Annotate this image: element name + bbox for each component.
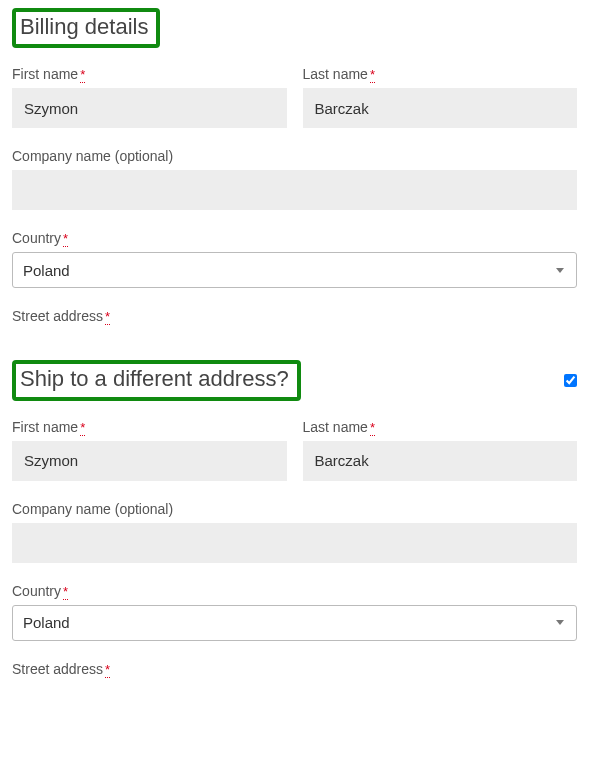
required-mark: * <box>105 309 110 325</box>
shipping-street-label: Street address* <box>12 661 577 677</box>
billing-street-label: Street address* <box>12 308 577 324</box>
label-text: Country <box>12 230 61 246</box>
shipping-company-label: Company name (optional) <box>12 501 577 517</box>
shipping-heading: Ship to a different address? <box>12 360 301 400</box>
billing-country-label: Country* <box>12 230 577 246</box>
label-text: Country <box>12 583 61 599</box>
billing-country-select[interactable]: Poland <box>12 252 577 288</box>
ship-different-checkbox[interactable] <box>564 374 577 387</box>
required-mark: * <box>80 67 85 83</box>
required-mark: * <box>105 662 110 678</box>
shipping-last-name-input[interactable] <box>303 441 578 481</box>
billing-first-name-input[interactable] <box>12 88 287 128</box>
billing-heading: Billing details <box>12 8 160 48</box>
shipping-country-label: Country* <box>12 583 577 599</box>
billing-company-input[interactable] <box>12 170 577 210</box>
shipping-first-name-input[interactable] <box>12 441 287 481</box>
label-text: First name <box>12 419 78 435</box>
label-text: Street address <box>12 308 103 324</box>
chevron-down-icon <box>556 268 564 273</box>
required-mark: * <box>80 420 85 436</box>
billing-company-label: Company name (optional) <box>12 148 577 164</box>
shipping-company-input[interactable] <box>12 523 577 563</box>
billing-first-name-label: First name* <box>12 66 287 82</box>
billing-country-value: Poland <box>23 262 556 279</box>
required-mark: * <box>370 420 375 436</box>
label-text: First name <box>12 66 78 82</box>
required-mark: * <box>63 231 68 247</box>
shipping-first-name-label: First name* <box>12 419 287 435</box>
chevron-down-icon <box>556 620 564 625</box>
required-mark: * <box>370 67 375 83</box>
label-text: Last name <box>303 419 368 435</box>
required-mark: * <box>63 584 68 600</box>
label-text: Street address <box>12 661 103 677</box>
billing-last-name-label: Last name* <box>303 66 578 82</box>
billing-last-name-input[interactable] <box>303 88 578 128</box>
shipping-country-select[interactable]: Poland <box>12 605 577 641</box>
shipping-last-name-label: Last name* <box>303 419 578 435</box>
label-text: Last name <box>303 66 368 82</box>
shipping-country-value: Poland <box>23 614 556 631</box>
